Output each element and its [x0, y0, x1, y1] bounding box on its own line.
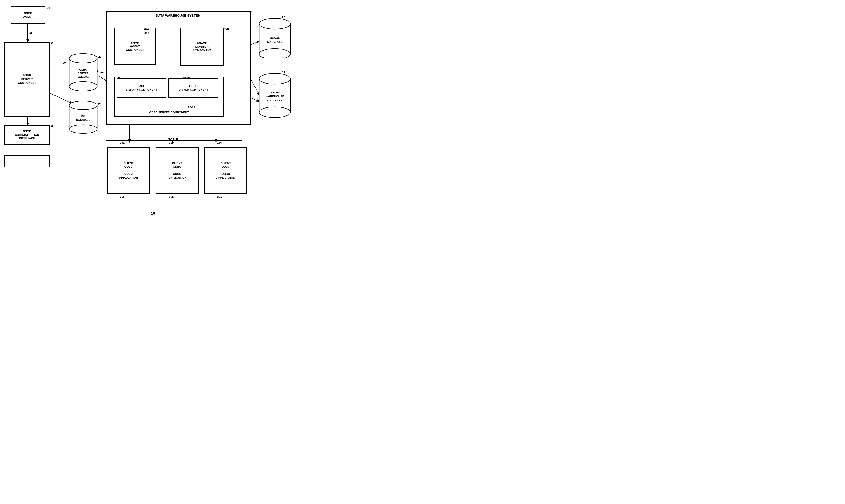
- usage-db-label: USAGEDATABASE: [267, 36, 282, 44]
- client2-box: CLIENTODBCODBCAPPLICATION: [156, 147, 199, 194]
- snmp-agent-box: SNMPAGENT: [11, 6, 46, 24]
- client1-arrow-ref: 25a: [120, 141, 125, 144]
- svg-point-22: [259, 18, 290, 29]
- target-warehouse-cylinder: TARGETWAREHOUSEDATABASE: [258, 71, 292, 118]
- odbc-driver-box: ODBCDRIVER COMPONENT: [169, 78, 218, 98]
- odbc-sql-log-cylinder: ODBCSERVERSQL LOG: [68, 52, 98, 91]
- svg-point-20: [69, 125, 97, 133]
- mib-db-label: MIBDATABASE: [76, 114, 90, 122]
- empty-box: [4, 156, 50, 167]
- usage-monitor-label: USAGEMONITORCOMPONENT: [193, 41, 211, 52]
- client1-ref: 26a: [120, 195, 125, 199]
- client1-box: CLIENTODBCODBCAPPLICATION: [107, 147, 150, 194]
- svg-point-19: [69, 101, 97, 110]
- api-library-ref: 20-8: [117, 76, 122, 79]
- odbc-sql-ref: 23: [98, 55, 101, 58]
- target-warehouse-label: TARGETWAREHOUSEDATABASE: [266, 91, 284, 103]
- client3-box: CLIENTODBCODBCAPPLICATION: [204, 147, 247, 194]
- client2-label: CLIENTODBCODBCAPPLICATION: [168, 161, 187, 180]
- snmp-server-ref: 30: [50, 42, 53, 45]
- snmp-admin-label: SNMPADMINISTRATIONINTERFACE: [15, 129, 39, 141]
- svg-point-16: [69, 54, 97, 63]
- tcpip-line: [106, 140, 242, 141]
- mib-db-ref: 28: [98, 103, 101, 106]
- mib-database-cylinder: MIBDATABASE: [68, 99, 98, 134]
- ref-33: 33: [29, 31, 32, 35]
- figure-label: 10: [151, 212, 155, 215]
- usage-monitor-box: USAGEMONITORCOMPONENT: [180, 28, 224, 66]
- usage-db-ref: 22: [282, 16, 285, 19]
- usage-db-cylinder: USAGEDATABASE: [258, 16, 292, 58]
- odbc-server-comp-ref: 20-12: [188, 106, 195, 109]
- snmp-agent-comp-ref2: 20-4: [144, 31, 149, 35]
- odbc-driver-label: ODBCDRIVER COMPONENT: [178, 84, 208, 92]
- snmp-server-box: SNMPSERVERCOMPONENT: [4, 42, 50, 116]
- client1-label: CLIENTODBCODBCAPPLICATION: [119, 161, 138, 180]
- snmp-agent-comp-ref: 20-2: [144, 28, 149, 31]
- ref-29: 29: [63, 61, 66, 64]
- client3-label: CLIENTODBCODBCAPPLICATION: [216, 161, 235, 180]
- client2-arrow-ref: 25b: [169, 141, 174, 144]
- snmp-admin-ref: 32: [50, 125, 53, 128]
- odbc-driver-ref: 20-10: [182, 76, 190, 79]
- dws-label: DATA WAREHOUSE SYSTEM: [156, 13, 200, 18]
- dws-ref: 20: [250, 11, 253, 14]
- diagram: SNMPAGENT 34 SNMPSERVERCOMPONENT 30 SNMP…: [0, 0, 423, 252]
- snmp-agent-component-label: SNMPAGENTCOMPONENT: [126, 41, 144, 52]
- snmp-agent-ref: 34: [47, 6, 50, 9]
- snmp-agent-component-box: SNMPAGENTCOMPONENT: [115, 28, 156, 65]
- client3-arrow-ref: 25c: [217, 141, 222, 144]
- svg-point-26: [259, 107, 290, 118]
- api-library-box: APILIBRARY COMPONENT: [117, 78, 166, 98]
- client3-ref: 26c: [217, 195, 222, 199]
- snmp-server-label: SNMPSERVERCOMPONENT: [18, 74, 36, 85]
- odbc-server-comp-label: ODBC SERVER COMPONENT: [149, 111, 189, 114]
- client2-ref: 26b: [169, 195, 174, 199]
- svg-point-23: [259, 49, 290, 58]
- svg-point-25: [259, 73, 290, 84]
- target-warehouse-ref: 24: [282, 71, 285, 74]
- api-library-label: APILIBRARY COMPONENT: [126, 84, 157, 92]
- svg-point-17: [69, 82, 97, 91]
- usage-monitor-ref: 20-6: [223, 28, 229, 31]
- snmp-admin-box: SNMPADMINISTRATIONINTERFACE: [4, 125, 50, 145]
- odbc-sql-log-label: ODBCSERVERSQL LOG: [77, 68, 89, 79]
- snmp-agent-label: SNMPAGENT: [23, 12, 33, 19]
